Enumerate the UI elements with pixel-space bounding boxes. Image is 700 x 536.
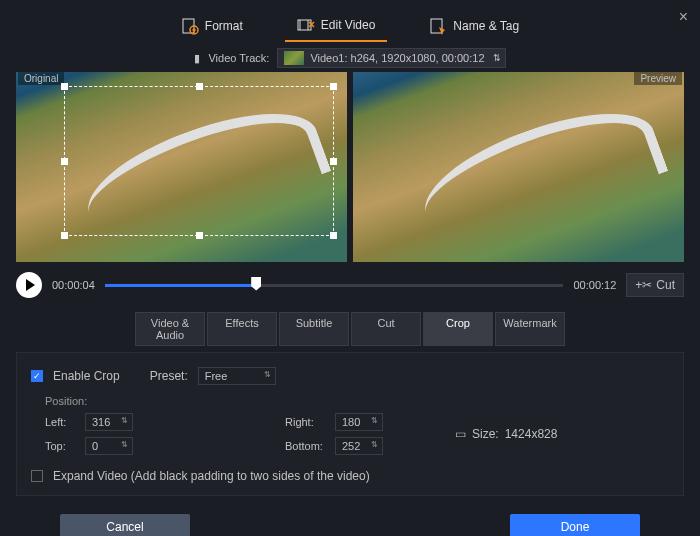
close-icon[interactable]: × (679, 8, 688, 26)
enable-crop-label: Enable Crop (53, 369, 120, 383)
chevron-updown-icon: ⇅ (264, 370, 271, 379)
stepper-icon[interactable]: ⇅ (371, 440, 378, 449)
name-tag-icon (429, 17, 447, 35)
tab-name-tag[interactable]: Name & Tag (417, 11, 531, 41)
crop-handle-tl[interactable] (61, 83, 68, 90)
crop-rectangle[interactable] (64, 86, 334, 236)
video-track-label: Video Track: (208, 52, 269, 64)
tab-name-tag-label: Name & Tag (453, 19, 519, 33)
top-tabs: Format Edit Video Name & Tag (0, 0, 700, 42)
tab-format-label: Format (205, 19, 243, 33)
right-input[interactable]: 180⇅ (335, 413, 383, 431)
crop-handle-tm[interactable] (196, 83, 203, 90)
scissors-icon: +✂ (635, 278, 652, 292)
svg-rect-3 (431, 19, 442, 33)
timeline[interactable] (105, 275, 564, 295)
play-button[interactable] (16, 272, 42, 298)
crop-handle-ml[interactable] (61, 158, 68, 165)
preset-label: Preset: (150, 369, 188, 383)
original-preview[interactable]: Original (16, 72, 347, 262)
position-label: Position: (45, 395, 669, 407)
crop-handle-tr[interactable] (330, 83, 337, 90)
preview-label: Preview (634, 72, 682, 85)
stepper-icon[interactable]: ⇅ (121, 416, 128, 425)
preset-select[interactable]: Free ⇅ (198, 367, 276, 385)
video-track-row: ▮ Video Track: Video1: h264, 1920x1080, … (0, 48, 700, 68)
preset-value: Free (205, 370, 228, 382)
tab-edit-video[interactable]: Edit Video (285, 10, 388, 42)
cut-button[interactable]: +✂ Cut (626, 273, 684, 297)
size-value: 1424x828 (505, 427, 558, 441)
subtab-effects[interactable]: Effects (207, 312, 277, 346)
subtab-video-audio[interactable]: Video & Audio (135, 312, 205, 346)
right-label: Right: (285, 416, 335, 428)
aspect-icon: ▭ (455, 427, 466, 441)
crop-handle-mr[interactable] (330, 158, 337, 165)
expand-video-checkbox[interactable] (31, 470, 43, 482)
timeline-playhead[interactable] (251, 277, 261, 291)
original-label: Original (18, 72, 64, 85)
crop-panel: ✓ Enable Crop Preset: Free ⇅ Position: L… (16, 352, 684, 496)
chevron-updown-icon: ⇅ (493, 53, 501, 63)
stepper-icon[interactable]: ⇅ (121, 440, 128, 449)
left-input[interactable]: 316⇅ (85, 413, 133, 431)
subtab-watermark[interactable]: Watermark (495, 312, 565, 346)
enable-crop-checkbox[interactable]: ✓ (31, 370, 43, 382)
done-button[interactable]: Done (510, 514, 640, 536)
crop-handle-br[interactable] (330, 232, 337, 239)
bottom-input[interactable]: 252⇅ (335, 437, 383, 455)
top-input[interactable]: 0⇅ (85, 437, 133, 455)
cut-label: Cut (656, 278, 675, 292)
film-icon: ▮ (194, 52, 200, 65)
play-icon (26, 279, 35, 291)
video-track-value: Video1: h264, 1920x1080, 00:00:12 (310, 52, 484, 64)
subtab-cut[interactable]: Cut (351, 312, 421, 346)
timeline-fill (105, 284, 256, 287)
format-icon (181, 17, 199, 35)
track-thumb (284, 51, 304, 65)
total-time: 00:00:12 (573, 279, 616, 291)
subtab-subtitle[interactable]: Subtitle (279, 312, 349, 346)
crop-handle-bl[interactable] (61, 232, 68, 239)
sub-tabs: Video & Audio Effects Subtitle Cut Crop … (0, 308, 700, 350)
bottom-label: Bottom: (285, 440, 335, 452)
video-track-dropdown[interactable]: Video1: h264, 1920x1080, 00:00:12 ⇅ (277, 48, 505, 68)
size-label: Size: (472, 427, 499, 441)
crop-handle-bm[interactable] (196, 232, 203, 239)
cancel-button[interactable]: Cancel (60, 514, 190, 536)
current-time: 00:00:04 (52, 279, 95, 291)
stepper-icon[interactable]: ⇅ (371, 416, 378, 425)
edit-video-icon (297, 16, 315, 34)
tab-format[interactable]: Format (169, 11, 255, 41)
subtab-crop[interactable]: Crop (423, 312, 493, 346)
result-preview: Preview (353, 72, 684, 262)
player-bar: 00:00:04 00:00:12 +✂ Cut (0, 262, 700, 308)
left-label: Left: (45, 416, 85, 428)
expand-video-label: Expand Video (Add black padding to two s… (53, 469, 370, 483)
top-label: Top: (45, 440, 85, 452)
dialog-buttons: Cancel Done (0, 498, 700, 536)
preview-panes: Original Preview (0, 68, 700, 262)
tab-edit-video-label: Edit Video (321, 18, 376, 32)
